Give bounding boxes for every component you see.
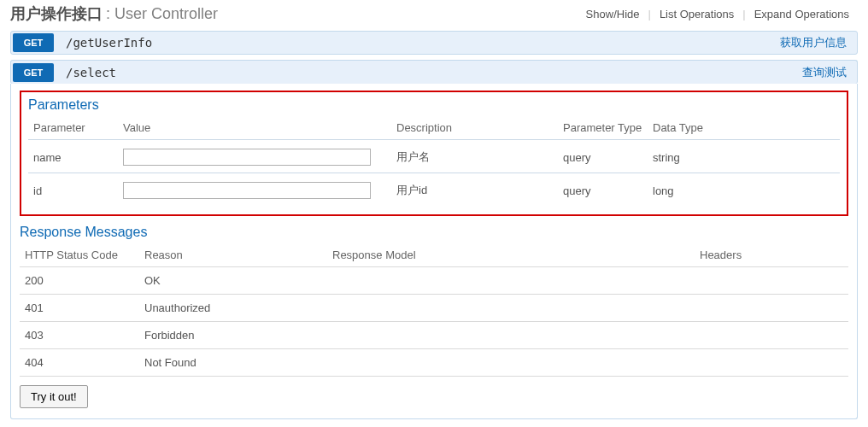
response-row: 403 Forbidden — [20, 322, 848, 349]
col-model: Response Model — [327, 245, 695, 267]
controller-title-cn: 用户操作接口 — [10, 3, 103, 24]
col-value: Value — [118, 118, 391, 140]
param-value-input[interactable] — [123, 149, 371, 166]
col-description: Description — [391, 118, 558, 140]
controller-header: 用户操作接口 : User Controller Show/Hide | Lis… — [0, 0, 868, 31]
param-description: 用户id — [391, 173, 558, 203]
param-description: 用户名 — [391, 140, 558, 173]
try-it-out-button[interactable]: Try it out! — [20, 385, 88, 408]
http-method-badge: GET — [13, 63, 54, 82]
operation-row-select[interactable]: GET /select 查询测试 — [10, 60, 858, 84]
col-parameter-type: Parameter Type — [558, 118, 648, 140]
resp-status: 404 — [20, 349, 139, 377]
responses-section: Response Messages HTTP Status Code Reaso… — [20, 225, 848, 377]
resp-headers — [695, 349, 848, 377]
param-row: id 用户id query long — [28, 173, 840, 203]
operation-summary: 获取用户信息 — [780, 35, 855, 50]
col-reason: Reason — [139, 245, 327, 267]
param-name: name — [28, 140, 118, 173]
resp-reason: Unauthorized — [139, 295, 327, 322]
resp-model — [327, 295, 695, 322]
parameters-title: Parameters — [28, 97, 840, 113]
resp-reason: OK — [139, 267, 327, 295]
param-name: id — [28, 173, 118, 203]
resp-status: 200 — [20, 267, 139, 295]
list-operations-link[interactable]: List Operations — [651, 8, 742, 20]
resp-reason: Forbidden — [139, 322, 327, 349]
resp-model — [327, 267, 695, 295]
responses-title: Response Messages — [20, 225, 848, 240]
response-row: 200 OK — [20, 267, 848, 295]
param-type: query — [558, 140, 648, 173]
http-method-badge: GET — [13, 33, 54, 52]
operation-body-select: Parameters Parameter Value Description P… — [10, 84, 858, 419]
param-datatype: long — [648, 173, 840, 203]
parameters-table: Parameter Value Description Parameter Ty… — [28, 118, 840, 202]
operation-path: /select — [54, 66, 116, 79]
responses-table: HTTP Status Code Reason Response Model H… — [20, 245, 848, 377]
param-datatype: string — [648, 140, 840, 173]
parameters-section: Parameters Parameter Value Description P… — [20, 91, 848, 216]
resp-status: 401 — [20, 295, 139, 322]
resp-status: 403 — [20, 322, 139, 349]
resp-model — [327, 322, 695, 349]
show-hide-link[interactable]: Show/Hide — [578, 8, 648, 20]
col-data-type: Data Type — [648, 118, 840, 140]
resp-headers — [695, 322, 848, 349]
param-type: query — [558, 173, 648, 203]
resp-headers — [695, 267, 848, 295]
response-row: 404 Not Found — [20, 349, 848, 377]
col-headers: Headers — [695, 245, 848, 267]
resp-model — [327, 349, 695, 377]
resp-reason: Not Found — [139, 349, 327, 377]
response-row: 401 Unauthorized — [20, 295, 848, 322]
col-status: HTTP Status Code — [20, 245, 139, 267]
controller-actions: Show/Hide | List Operations | Expand Ope… — [578, 8, 858, 20]
operation-row-getuserinfo[interactable]: GET /getUserInfo 获取用户信息 — [10, 31, 858, 55]
expand-operations-link[interactable]: Expand Operations — [746, 8, 858, 20]
param-value-input[interactable] — [123, 182, 371, 199]
param-row: name 用户名 query string — [28, 140, 840, 173]
col-parameter: Parameter — [28, 118, 118, 140]
operation-summary: 查询测试 — [802, 65, 855, 80]
controller-title-en: : User Controller — [106, 5, 218, 23]
resp-headers — [695, 295, 848, 322]
operation-path: /getUserInfo — [54, 36, 152, 50]
